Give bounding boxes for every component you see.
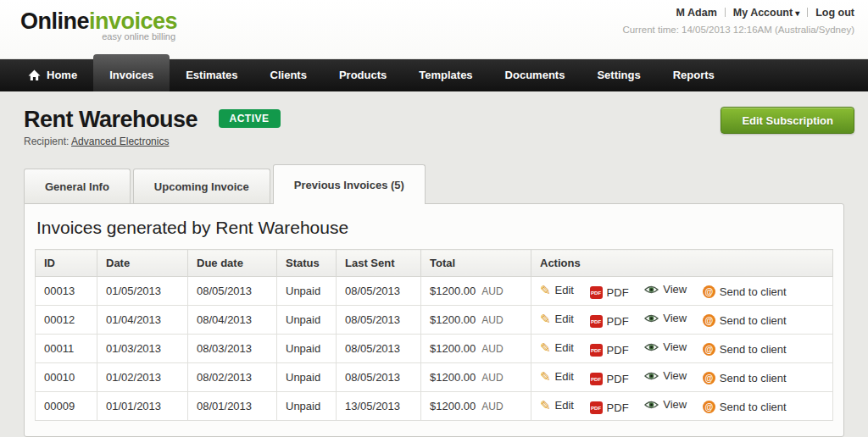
nav-item-settings[interactable]: Settings: [581, 59, 656, 91]
column-header-total: Total: [421, 250, 531, 277]
pdf-action[interactable]: PDFPDF: [590, 344, 629, 357]
cell-id: 00010: [36, 363, 97, 392]
column-header-actions: Actions: [531, 250, 833, 277]
pencil-icon: ✎: [540, 341, 551, 354]
edit-subscription-button[interactable]: Edit Subscription: [721, 107, 854, 134]
cell-total: $1200.00AUD: [421, 335, 531, 363]
eye-icon: [644, 313, 659, 324]
edit-action[interactable]: ✎Edit: [540, 313, 574, 325]
view-action[interactable]: View: [644, 398, 687, 411]
pdf-action[interactable]: PDFPDF: [590, 401, 629, 414]
cell-total: $1200.00AUD: [421, 277, 531, 306]
nav-item-label: Reports: [673, 59, 715, 91]
status-badge: ACTIVE: [219, 109, 281, 128]
recipient-link[interactable]: Advanced Electronics: [71, 136, 169, 147]
nav-item-products[interactable]: Products: [323, 59, 403, 91]
nav-item-label: Templates: [419, 59, 472, 91]
nav-item-invoices[interactable]: Invoices: [93, 54, 170, 91]
edit-action[interactable]: ✎Edit: [540, 399, 574, 412]
at-icon: @: [703, 372, 715, 384]
user-row: M AdamMy Account▾Log out: [622, 7, 854, 19]
view-action[interactable]: View: [644, 312, 687, 324]
pencil-icon: ✎: [540, 399, 551, 412]
user-name-link[interactable]: M Adam: [676, 7, 717, 19]
edit-action[interactable]: ✎Edit: [540, 370, 574, 383]
send-label: Send to client: [720, 372, 787, 384]
pdf-label: PDF: [607, 344, 629, 357]
tab-previous-invoices[interactable]: Previous Invoices (5): [273, 164, 426, 204]
cell-due-date: 08/03/2013: [188, 335, 277, 363]
table-row: 00009 01/01/2013 08/01/2013 Unpaid 13/05…: [36, 392, 833, 421]
page-title: Rent Warehouse: [24, 107, 198, 133]
send-to-client-action[interactable]: @Send to client: [703, 372, 787, 384]
nav-item-templates[interactable]: Templates: [403, 59, 488, 91]
nav-item-reports[interactable]: Reports: [657, 59, 731, 91]
cell-status: Unpaid: [277, 306, 337, 335]
pdf-action[interactable]: PDFPDF: [590, 286, 629, 299]
my-account-menu[interactable]: My Account▾: [733, 7, 799, 19]
cell-total: $1200.00AUD: [421, 363, 531, 392]
top-header: Onlineinvoices easy online billing M Ada…: [0, 0, 868, 59]
column-header-date: Date: [97, 250, 188, 277]
cell-status: Unpaid: [277, 392, 337, 421]
send-to-client-action[interactable]: @Send to client: [703, 343, 787, 356]
eye-icon: [644, 285, 659, 295]
cell-total: $1200.00AUD: [421, 392, 531, 421]
page-header: Rent Warehouse ACTIVE Recipient: Advance…: [0, 91, 868, 147]
send-to-client-action[interactable]: @Send to client: [703, 401, 787, 413]
recipient-line: Recipient: Advanced Electronics: [24, 136, 844, 147]
total-amount: $1200.00: [430, 400, 476, 412]
edit-action[interactable]: ✎Edit: [540, 341, 574, 354]
divider: [725, 8, 726, 17]
edit-action[interactable]: ✎Edit: [540, 284, 574, 296]
nav-item-label: Home: [47, 59, 77, 91]
invoice-card: General Info Upcoming Invoice Previous I…: [24, 164, 844, 437]
total-amount: $1200.00: [430, 313, 476, 326]
recipient-label: Recipient:: [24, 136, 69, 147]
view-label: View: [663, 312, 687, 324]
send-to-client-action[interactable]: @Send to client: [703, 314, 787, 327]
cell-due-date: 08/02/2013: [188, 363, 277, 392]
main-nav: Home Invoices Estimates Clients Products…: [0, 59, 868, 91]
view-label: View: [663, 369, 687, 382]
total-amount: $1200.00: [430, 285, 476, 297]
view-action[interactable]: View: [644, 340, 687, 353]
caret-down-icon: ▾: [795, 8, 799, 18]
at-icon: @: [703, 314, 715, 327]
view-label: View: [663, 283, 687, 296]
nav-item-label: Settings: [597, 59, 640, 91]
logo-part-online: Online: [20, 8, 89, 34]
nav-item-clients[interactable]: Clients: [254, 59, 323, 91]
divider: [807, 8, 808, 17]
column-header-status: Status: [277, 250, 337, 277]
pdf-label: PDF: [607, 286, 629, 299]
header-user-area: M AdamMy Account▾Log out Current time: 1…: [622, 7, 854, 35]
app-logo[interactable]: Onlineinvoices easy online billing: [20, 8, 177, 41]
cell-due-date: 08/05/2013: [188, 277, 277, 306]
view-action[interactable]: View: [644, 369, 687, 382]
tab-upcoming-invoice[interactable]: Upcoming Invoice: [133, 169, 270, 203]
nav-item-label: Clients: [270, 59, 307, 91]
send-to-client-action[interactable]: @Send to client: [703, 285, 787, 298]
logout-link[interactable]: Log out: [815, 7, 854, 19]
cell-date: 01/02/2013: [97, 363, 188, 392]
table-row: 00013 01/05/2013 08/05/2013 Unpaid 08/05…: [36, 277, 833, 306]
currency-code: AUD: [481, 372, 503, 384]
currency-code: AUD: [481, 401, 503, 412]
cell-status: Unpaid: [277, 335, 337, 363]
view-action[interactable]: View: [644, 283, 687, 296]
cell-last-sent: 08/05/2013: [337, 277, 421, 306]
pencil-icon: ✎: [540, 370, 551, 383]
pdf-action[interactable]: PDFPDF: [590, 315, 629, 328]
total-amount: $1200.00: [430, 371, 476, 384]
tab-general-info[interactable]: General Info: [24, 169, 131, 203]
nav-item-documents[interactable]: Documents: [489, 59, 581, 91]
cell-due-date: 08/04/2013: [188, 306, 277, 335]
nav-item-estimates[interactable]: Estimates: [170, 59, 253, 91]
cell-date: 01/04/2013: [97, 306, 188, 335]
pencil-icon: ✎: [540, 313, 551, 325]
nav-item-home[interactable]: Home: [12, 59, 93, 91]
pdf-action[interactable]: PDFPDF: [590, 373, 629, 385]
edit-label: Edit: [555, 284, 574, 296]
currency-code: AUD: [481, 314, 503, 326]
